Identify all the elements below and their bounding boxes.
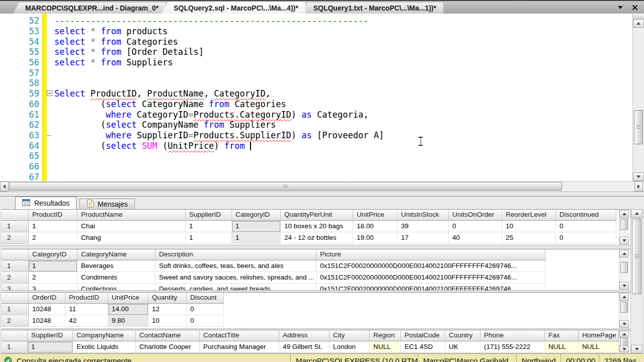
grid-cell[interactable]: Chai: [77, 221, 186, 232]
grid-cell[interactable]: 0: [556, 221, 616, 232]
grid-cell[interactable]: 0: [187, 304, 224, 315]
close-document-icon[interactable]: [632, 5, 638, 11]
grid-cell[interactable]: 0x151C2F00020000000D000E0014002100FFFFFF…: [316, 260, 545, 272]
results-tab-resultados[interactable]: Resultados: [15, 197, 76, 209]
scroll-down-button[interactable]: [633, 172, 644, 181]
column-header-address[interactable]: Address: [279, 330, 330, 341]
scroll-down-button[interactable]: [631, 345, 642, 353]
select-all-corner[interactable]: [2, 249, 29, 260]
grid-cell[interactable]: NULL: [370, 341, 401, 353]
results-tab-mensajes[interactable]: Mensajes: [79, 199, 135, 209]
scroll-down-button[interactable]: [619, 320, 629, 328]
code-text[interactable]: select * from products: [54, 26, 632, 36]
grid-cell[interactable]: 19.00: [353, 232, 397, 244]
column-header-categoryname[interactable]: CategoryName: [77, 249, 155, 260]
column-header-contactname[interactable]: ContactName: [136, 330, 200, 341]
grid-cell[interactable]: 24 - 12 oz bottles: [281, 232, 353, 244]
column-header-productname[interactable]: ProductName: [77, 210, 186, 221]
column-header-supplierid[interactable]: SupplierID: [28, 330, 73, 341]
grid-vertical-scrollbar[interactable]: [619, 210, 629, 244]
select-all-corner[interactable]: [2, 293, 29, 304]
scroll-down-button[interactable]: [619, 282, 629, 290]
scroll-up-button[interactable]: [619, 331, 629, 337]
code-text[interactable]: (select CompanyName from Suppliers: [54, 120, 632, 130]
column-header-unitprice[interactable]: UnitPrice: [108, 293, 148, 304]
grid-cell[interactable]: 9.80: [108, 315, 148, 327]
grid-cell[interactable]: 11: [65, 304, 108, 315]
row-header[interactable]: 2: [2, 315, 29, 327]
column-header-unitprice[interactable]: UnitPrice: [353, 210, 397, 221]
row-header[interactable]: 2: [2, 232, 29, 244]
column-header-discontinued[interactable]: Discontinued: [556, 210, 616, 221]
grid-cell[interactable]: EC1 4SD: [401, 341, 445, 353]
code-text[interactable]: ----------------------------------------…: [54, 16, 632, 26]
grid-vscroll-thumb[interactable]: [620, 302, 628, 313]
grid-cell[interactable]: 2: [29, 232, 77, 244]
sql-code-editor[interactable]: 52--------------------------------------…: [0, 14, 632, 181]
grid-cell[interactable]: 10 boxes x 20 bags: [281, 221, 353, 232]
column-header-supplierid[interactable]: SupplierID: [186, 210, 232, 221]
grid-cell[interactable]: Soft drinks, coffees, teas, beers, and a…: [155, 260, 316, 272]
column-header-unitsinstock[interactable]: UnitsInStock: [397, 210, 449, 221]
row-header[interactable]: 1: [2, 260, 29, 272]
grid-cell[interactable]: 1: [186, 221, 232, 232]
code-text[interactable]: (select CategoryName from Categories: [54, 99, 632, 109]
select-all-corner[interactable]: [2, 330, 28, 341]
grid-vscroll-thumb[interactable]: [620, 262, 628, 273]
column-header-quantityperunit[interactable]: QuantityPerUnit: [281, 210, 353, 221]
column-header-homepage[interactable]: HomePage: [579, 330, 619, 341]
grid-cell[interactable]: UK: [445, 341, 480, 353]
code-text[interactable]: select * from Categories: [54, 37, 632, 47]
column-header-quantity[interactable]: Quantity: [148, 293, 187, 304]
editor-horizontal-scrollbar[interactable]: [0, 181, 644, 192]
grid-cell[interactable]: 1: [29, 221, 77, 232]
row-header[interactable]: 1: [2, 304, 29, 315]
grid-cell[interactable]: 10248: [29, 315, 65, 327]
scroll-up-button[interactable]: [619, 293, 629, 301]
column-header-city[interactable]: City: [330, 330, 370, 341]
grid-cell[interactable]: Chang: [77, 232, 186, 244]
column-header-description[interactable]: Description: [155, 249, 316, 260]
row-header[interactable]: 2: [2, 272, 29, 284]
column-header-contacttitle[interactable]: ContactTitle: [200, 330, 279, 341]
scroll-down-button[interactable]: [619, 346, 629, 352]
grid-vertical-scrollbar[interactable]: [619, 250, 629, 290]
code-text[interactable]: Select ProductID, ProductName, CategoryI…: [54, 88, 632, 99]
grid-cell[interactable]: 10248: [29, 304, 65, 315]
grid-cell[interactable]: Confections: [77, 284, 155, 291]
grid-cell[interactable]: 10: [502, 221, 556, 232]
column-header-country[interactable]: Country: [445, 330, 480, 341]
grid-cell[interactable]: 25: [502, 232, 556, 244]
row-header[interactable]: 1: [2, 341, 28, 353]
document-tab[interactable]: MARCOPC\SQLEXPR...ind - Diagram_0*: [13, 3, 166, 14]
editor-vscroll-thumb[interactable]: [634, 110, 643, 144]
collapse-region-icon[interactable]: [47, 90, 52, 96]
grid-cell[interactable]: Beverages: [77, 260, 155, 272]
code-text[interactable]: (select SUM (UnitPrice) from: [54, 141, 632, 151]
editor-results-splitter[interactable]: [0, 192, 644, 197]
grid-cell[interactable]: 0x151C2F00020000000D000E0014002100FFFFFF…: [316, 284, 545, 291]
column-header-region[interactable]: Region: [370, 330, 401, 341]
column-header-categoryid[interactable]: CategoryID: [232, 210, 281, 221]
grid-cell[interactable]: 3: [29, 284, 77, 291]
row-header[interactable]: 1: [2, 221, 29, 232]
grid-cell[interactable]: 40: [449, 232, 502, 244]
code-text[interactable]: select * from Suppliers: [54, 57, 632, 67]
grid-cell[interactable]: 49 Gilbert St.: [279, 341, 330, 353]
document-tab[interactable]: SQLQuery2.sql - MarcoPC\...\Ma...4))*: [162, 2, 305, 14]
active-files-dropdown-icon[interactable]: [618, 6, 623, 9]
column-header-unitsonorder[interactable]: UnitsOnOrder: [449, 210, 502, 221]
code-text[interactable]: where CategoryID=Products.CategoryID) as…: [54, 110, 632, 120]
grid-cell[interactable]: 39: [397, 221, 449, 232]
column-header-productid[interactable]: ProductID: [65, 293, 108, 304]
editor-hscroll-thumb[interactable]: [9, 182, 562, 191]
scroll-up-button[interactable]: [619, 250, 629, 257]
grid-cell[interactable]: 2: [29, 272, 77, 284]
grid-cell[interactable]: 1: [186, 232, 232, 244]
grid-cell[interactable]: 1: [28, 341, 73, 353]
grid-cell[interactable]: 12: [148, 304, 187, 315]
grid-cell[interactable]: 10: [148, 315, 187, 327]
grid-cell[interactable]: 18.00: [353, 221, 397, 232]
select-all-corner[interactable]: [2, 210, 29, 221]
grid-cell[interactable]: 17: [397, 232, 449, 244]
